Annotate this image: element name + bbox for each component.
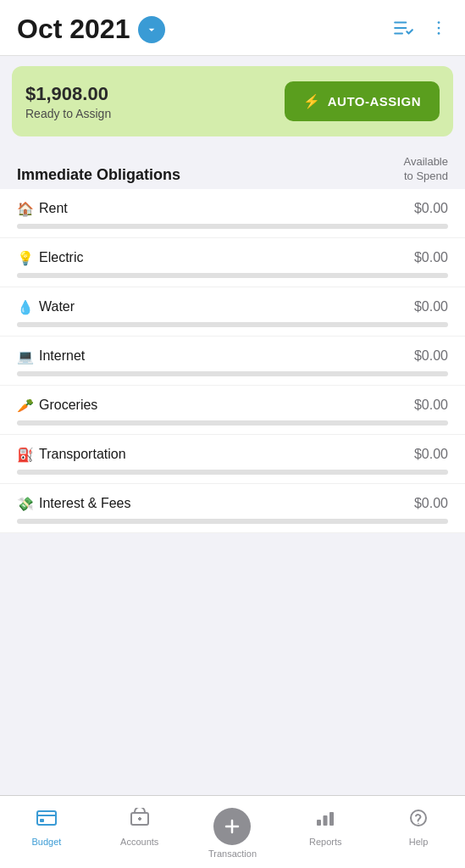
category-emoji: 🥕 (17, 398, 34, 414)
add-transaction-button[interactable] (213, 808, 251, 845)
budget-item-amount: $0.00 (414, 496, 448, 511)
svg-point-18 (418, 823, 419, 825)
nav-label-help: Help (409, 837, 429, 847)
category-emoji: 💡 (17, 250, 34, 266)
assign-banner: $1,908.00 Ready to Assign ⚡ AUTO-ASSIGN (12, 66, 453, 136)
budget-item-amount: $0.00 (414, 201, 448, 216)
bolt-icon: ⚡ (303, 93, 321, 109)
assign-label: Ready to Assign (25, 107, 111, 120)
assign-info: $1,908.00 Ready to Assign (25, 83, 111, 120)
budget-list: 🏠 Rent $0.00 💡 Electric $0.00 (0, 189, 465, 533)
budget-item-name: 💻 Internet (17, 348, 85, 364)
nav-item-transaction[interactable]: Transaction (186, 804, 280, 859)
category-emoji: 💧 (17, 299, 34, 315)
budget-item-name: ⛽ Transportation (17, 447, 126, 463)
budget-item-amount: $0.00 (414, 447, 448, 462)
budget-item-name: 🥕 Groceries (17, 398, 97, 414)
help-icon (407, 808, 429, 833)
reports-icon (314, 808, 336, 833)
nav-item-reports[interactable]: Reports (279, 804, 372, 847)
budget-item-amount: $0.00 (414, 299, 448, 314)
category-emoji: 💻 (17, 348, 34, 364)
budget-item-amount: $0.00 (414, 398, 448, 413)
progress-bar (17, 273, 448, 278)
budget-item[interactable]: 💡 Electric $0.00 (0, 238, 465, 287)
svg-rect-15 (324, 815, 328, 826)
budget-item[interactable]: 💧 Water $0.00 (0, 287, 465, 337)
svg-rect-8 (40, 819, 44, 822)
svg-point-3 (438, 21, 440, 24)
category-label: Transportation (39, 447, 126, 462)
budget-item[interactable]: 🥕 Groceries $0.00 (0, 386, 465, 435)
budget-item-name: 🏠 Rent (17, 201, 68, 217)
category-label: Electric (39, 250, 83, 265)
section-header: Immediate Obligations Available to Spend (0, 147, 465, 189)
progress-bar (17, 519, 448, 524)
budget-item[interactable]: 🏠 Rent $0.00 (0, 189, 465, 238)
category-emoji: ⛽ (17, 447, 34, 463)
svg-point-4 (438, 26, 440, 29)
svg-rect-6 (37, 811, 56, 825)
edit-list-icon[interactable] (392, 17, 414, 42)
budget-item[interactable]: 💸 Interest & Fees $0.00 (0, 484, 465, 533)
budget-icon (36, 808, 58, 833)
bottom-nav: Budget Accounts Transaction (0, 795, 465, 868)
chevron-down-icon (145, 23, 158, 36)
category-label: Internet (39, 348, 85, 364)
nav-label-accounts: Accounts (120, 837, 158, 847)
nav-item-budget[interactable]: Budget (0, 804, 93, 847)
progress-bar (17, 224, 448, 229)
nav-item-help[interactable]: Help (372, 804, 465, 847)
assign-amount: $1,908.00 (25, 83, 111, 105)
section-title: Immediate Obligations (17, 166, 180, 184)
nav-item-accounts[interactable]: Accounts (93, 804, 186, 847)
budget-item-amount: $0.00 (414, 348, 448, 364)
svg-rect-14 (317, 820, 321, 826)
month-dropdown-button[interactable] (138, 16, 165, 43)
header: Oct 2021 (0, 0, 465, 56)
category-emoji: 💸 (17, 496, 34, 512)
budget-item-name: 💧 Water (17, 299, 75, 315)
budget-item-amount: $0.00 (414, 250, 448, 265)
budget-item[interactable]: 💻 Internet $0.00 (0, 337, 465, 386)
more-options-icon[interactable] (429, 19, 448, 41)
header-left: Oct 2021 (17, 14, 165, 45)
svg-rect-16 (329, 812, 334, 826)
page-title: Oct 2021 (17, 14, 130, 45)
svg-point-5 (438, 32, 440, 35)
accounts-icon (129, 808, 151, 833)
category-label: Groceries (39, 398, 97, 413)
auto-assign-button[interactable]: ⚡ AUTO-ASSIGN (285, 81, 440, 121)
budget-item-name: 💸 Interest & Fees (17, 496, 131, 512)
header-actions (392, 17, 448, 42)
progress-bar (17, 371, 448, 376)
progress-bar (17, 420, 448, 426)
budget-item[interactable]: ⛽ Transportation $0.00 (0, 435, 465, 484)
column-header: Available to Spend (403, 155, 448, 184)
category-label: Rent (39, 201, 68, 216)
progress-bar (17, 322, 448, 327)
category-label: Interest & Fees (39, 496, 131, 511)
budget-item-name: 💡 Electric (17, 250, 83, 266)
nav-label-transaction: Transaction (208, 849, 257, 859)
category-emoji: 🏠 (17, 201, 34, 217)
nav-label-reports: Reports (309, 837, 342, 847)
nav-label-budget: Budget (31, 837, 61, 847)
progress-bar (17, 470, 448, 475)
category-label: Water (39, 299, 75, 314)
